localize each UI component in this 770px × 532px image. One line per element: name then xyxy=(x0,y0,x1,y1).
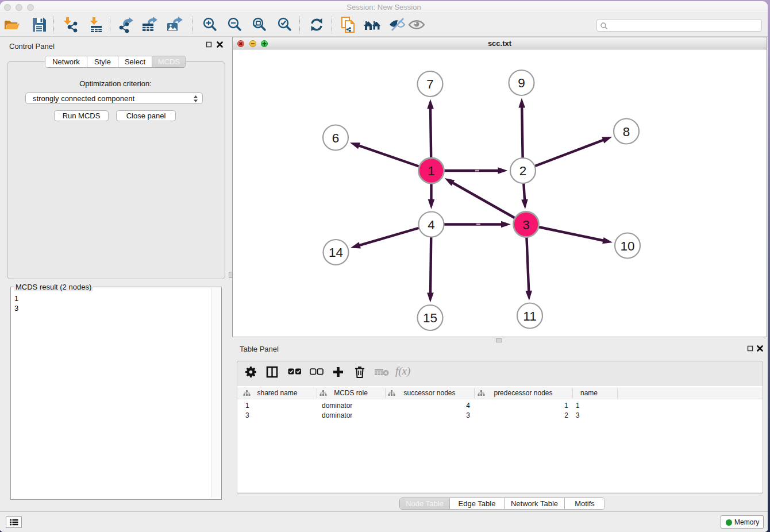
svg-text:1: 1 xyxy=(428,164,435,178)
svg-text:15: 15 xyxy=(423,311,437,325)
svg-text:11: 11 xyxy=(523,309,536,323)
svg-text:14: 14 xyxy=(329,245,343,260)
svg-text:3: 3 xyxy=(522,218,530,232)
svg-text:7: 7 xyxy=(426,77,434,91)
svg-text:6: 6 xyxy=(332,131,340,145)
svg-text:2: 2 xyxy=(519,164,527,178)
svg-text:8: 8 xyxy=(623,125,630,139)
svg-text:4: 4 xyxy=(428,218,435,232)
svg-text:9: 9 xyxy=(518,76,525,90)
svg-text:10: 10 xyxy=(620,239,634,253)
